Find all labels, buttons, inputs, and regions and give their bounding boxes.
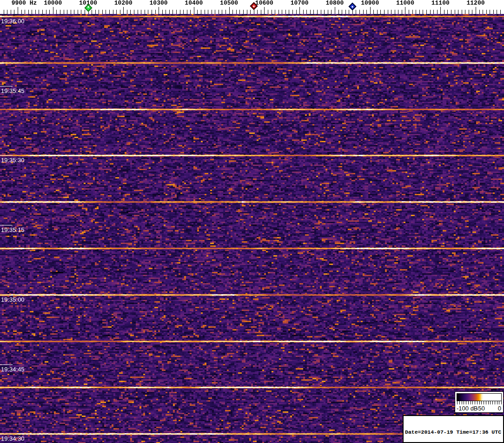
freq-tick-label: 10600 [255, 0, 273, 7]
colorbar-tick [501, 401, 502, 404]
time-tick-label: 19:36:00 [1, 18, 25, 25]
colorbar-label-min: -100 dB [457, 405, 478, 412]
time-tick [0, 225, 13, 225]
colorbar-tick [481, 401, 482, 404]
freq-tick-label: 10400 [185, 0, 203, 7]
time-tick-label: 19:34:30 [1, 435, 25, 442]
freq-tick-label: 9900 Hz [12, 0, 37, 7]
marker-dot [87, 6, 89, 7]
observation-info-box: Date=2014-07-19 Time=17:36 UTC Freq=143 … [403, 415, 504, 443]
freq-tick-label: 10900 [361, 0, 379, 7]
colorbar-tick [464, 401, 464, 404]
time-tick [0, 16, 13, 17]
freq-tick-label: 10700 [291, 0, 309, 7]
waterfall-window: 9900 Hz100001010010200103001040010500106… [0, 0, 504, 443]
time-tick [0, 86, 13, 86]
freq-tick-label: 10800 [325, 0, 344, 7]
colorbar-tick [477, 401, 477, 404]
colorbar-legend: -100 dB -50 0 [455, 391, 504, 413]
freq-tick-label: 10500 [220, 0, 238, 7]
colorbar-tick [486, 401, 486, 404]
colorbar-tick [490, 401, 491, 404]
colorbar-tick [497, 401, 497, 404]
freq-tick-label: 11000 [396, 0, 414, 7]
colorbar-gradient [457, 393, 502, 401]
time-tick [0, 364, 13, 365]
colorbar-tick [479, 401, 480, 404]
colorbar-tick-row [457, 401, 501, 404]
marker-dot [351, 6, 353, 7]
frequency-ruler: 9900 Hz100001010010200103001040010500106… [0, 0, 504, 14]
colorbar-tick [488, 401, 489, 404]
colorbar-tick [457, 401, 458, 404]
time-tick [0, 295, 13, 295]
time-tick [0, 434, 13, 434]
colorbar-tick [484, 401, 484, 404]
colorbar-tick [495, 401, 495, 404]
freq-tick-label: 10200 [114, 0, 133, 7]
spectrogram-waterfall [0, 14, 504, 443]
colorbar-labels: -100 dB -50 0 [455, 405, 503, 412]
time-tick-label: 19:35:15 [1, 226, 25, 233]
freq-tick-label: 10000 [44, 0, 62, 7]
colorbar-tick [459, 401, 460, 404]
time-tick-label: 19:35:30 [1, 157, 25, 164]
freq-tick-label: 11100 [431, 0, 450, 7]
colorbar-tick [472, 401, 473, 404]
time-tick-label: 19:34:45 [1, 366, 25, 373]
freq-tick-label: 11200 [466, 0, 484, 7]
colorbar-label-mid: -50 [476, 405, 485, 412]
time-tick [0, 155, 13, 156]
time-tick-label: 19:35:45 [1, 87, 25, 94]
time-tick-label: 19:35:00 [1, 296, 25, 303]
colorbar-tick [499, 401, 499, 404]
colorbar-tick [462, 401, 462, 404]
info-date-time: Date=2014-07-19 Time=17:36 UTC [405, 429, 502, 436]
colorbar-tick [492, 401, 493, 404]
colorbar-tick [466, 401, 466, 404]
colorbar-tick [468, 401, 469, 404]
marker-dot [253, 5, 255, 7]
colorbar-label-max: 0 [498, 405, 501, 412]
colorbar-tick [475, 401, 475, 404]
colorbar-tick [471, 401, 471, 404]
freq-tick-label: 10300 [150, 0, 168, 7]
